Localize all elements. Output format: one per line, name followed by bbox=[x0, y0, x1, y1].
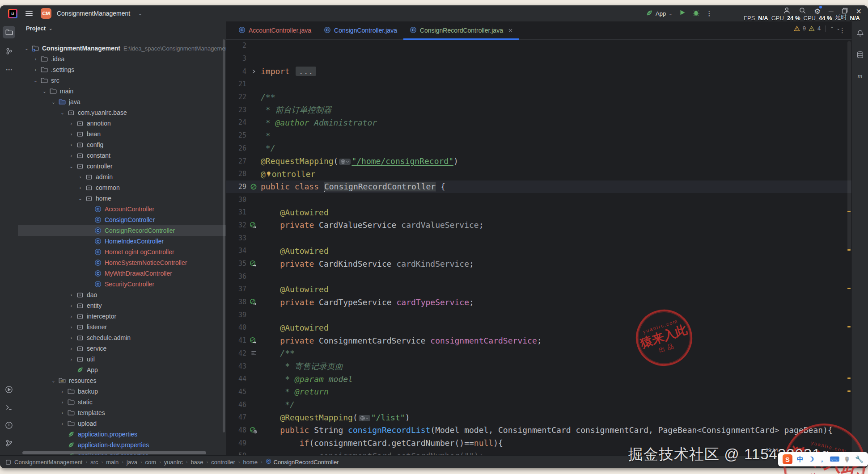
tree-item[interactable]: ›common bbox=[18, 182, 226, 193]
code-editor[interactable]: 234import ...2122/**23 * 前台订单控制器24 * @au… bbox=[226, 39, 852, 456]
code-line[interactable]: 39 bbox=[226, 308, 852, 321]
chevron-down-icon[interactable]: ⌄ bbox=[49, 26, 52, 31]
more-actions-button[interactable]: ⋮ bbox=[706, 9, 713, 17]
tree-item[interactable]: application.properties bbox=[18, 429, 226, 440]
gutter-beanGlobe-icon[interactable] bbox=[246, 427, 261, 434]
tree-item[interactable]: ›annotion bbox=[18, 118, 226, 129]
mic-icon[interactable]: 🎙 bbox=[844, 456, 851, 463]
run-configuration-selector[interactable]: App ⌄ bbox=[646, 9, 673, 18]
tree-item[interactable]: ›upload bbox=[18, 418, 226, 429]
main-menu-button[interactable] bbox=[25, 11, 33, 16]
code-line[interactable]: 36 bbox=[226, 270, 852, 283]
code-line[interactable]: 43 * 寄售记录页面 bbox=[226, 360, 852, 373]
tree-chevron-icon[interactable]: › bbox=[76, 185, 85, 190]
code-line[interactable]: 27@RequestMapping("/home/consignRecord") bbox=[226, 155, 852, 168]
commit-tool-button[interactable] bbox=[3, 45, 15, 57]
breadcrumb-item[interactable]: ConsignmentManagement bbox=[14, 459, 82, 466]
tree-chevron-icon[interactable]: ⌄ bbox=[76, 196, 85, 201]
project-view-title[interactable]: Project bbox=[26, 25, 46, 32]
gutter-doc-icon[interactable] bbox=[246, 350, 261, 357]
keyboard-icon[interactable]: ⌨ bbox=[830, 455, 839, 463]
gutter-beanArrow-icon[interactable] bbox=[246, 298, 261, 306]
tree-chevron-icon[interactable]: › bbox=[58, 421, 67, 426]
code-line[interactable]: 48 public String consignRecordList(Model… bbox=[226, 424, 852, 437]
notifications-bell-icon[interactable] bbox=[854, 27, 866, 39]
code-line[interactable]: 21 bbox=[226, 78, 852, 91]
breadcrumb-item-current[interactable]: CConsignRecordController bbox=[266, 458, 339, 466]
warning-stripe-mark[interactable] bbox=[847, 249, 851, 251]
tree-item[interactable]: CHomeLoginLogController bbox=[18, 247, 226, 257]
tree-chevron-icon[interactable]: › bbox=[67, 293, 76, 298]
tree-item[interactable]: ›bean bbox=[18, 129, 226, 139]
tree-item[interactable]: ›service bbox=[18, 343, 226, 354]
tree-item[interactable]: ⌄com.yuanlrc.base bbox=[18, 107, 226, 118]
code-line[interactable]: 38 private CardTypeService cardTypeServi… bbox=[226, 296, 852, 309]
tree-chevron-icon[interactable]: › bbox=[31, 57, 40, 62]
code-line[interactable]: 33 bbox=[226, 231, 852, 244]
gutter-beanArrow-icon[interactable] bbox=[246, 337, 261, 344]
breadcrumb-item[interactable]: home bbox=[243, 459, 258, 466]
tree-item[interactable]: application-dev.properties bbox=[18, 440, 226, 450]
tree-chevron-icon[interactable]: › bbox=[67, 153, 76, 158]
tree-item[interactable]: ⌄resources bbox=[18, 375, 226, 386]
code-line[interactable]: 25 * bbox=[226, 129, 852, 142]
tree-item[interactable]: CConsignRecordController bbox=[18, 225, 226, 236]
tree-item[interactable]: ›constant bbox=[18, 150, 226, 161]
warning-stripe-mark[interactable] bbox=[847, 378, 851, 379]
code-line[interactable]: 28@ontroller bbox=[226, 168, 852, 180]
tree-item[interactable]: CHomeSystemNoticeController bbox=[18, 257, 226, 268]
breadcrumb-item[interactable]: src bbox=[90, 459, 98, 466]
chinese-mode-icon[interactable]: 中 bbox=[797, 455, 804, 464]
tree-item[interactable]: ›.idea bbox=[18, 54, 226, 64]
code-line[interactable]: 30 bbox=[226, 193, 852, 206]
tree-chevron-icon[interactable]: › bbox=[58, 400, 67, 405]
tree-item[interactable]: ›entity bbox=[18, 300, 226, 311]
breadcrumb-item[interactable]: main bbox=[106, 459, 119, 466]
run-button[interactable] bbox=[679, 9, 686, 18]
tree-chevron-icon[interactable]: ⌄ bbox=[58, 110, 67, 115]
more-tool-windows-button[interactable]: ⋯ bbox=[3, 63, 15, 76]
code-line[interactable]: 40 @Autowired bbox=[226, 321, 852, 334]
tree-item[interactable]: CMyWithDrawalController bbox=[18, 268, 226, 279]
gutter-fold-icon[interactable] bbox=[246, 68, 261, 75]
breadcrumb-item[interactable]: base bbox=[191, 459, 203, 466]
tree-chevron-icon[interactable]: › bbox=[58, 389, 67, 394]
url-inlay-hint[interactable] bbox=[359, 415, 370, 421]
tree-chevron-icon[interactable]: › bbox=[67, 132, 76, 137]
version-control-tool-button[interactable] bbox=[3, 437, 15, 449]
code-line[interactable]: 23 * 前台订单控制器 bbox=[226, 103, 852, 116]
tree-item[interactable]: ›schedule.admin bbox=[18, 332, 226, 343]
tree-item[interactable]: CAccountController bbox=[18, 204, 226, 214]
tree-chevron-icon[interactable]: › bbox=[76, 175, 85, 180]
wrench-icon[interactable]: 🔧 bbox=[855, 455, 864, 463]
breadcrumb-item[interactable]: com bbox=[145, 459, 157, 466]
inspections-widget[interactable]: 9 4 ⌃ ⌄ bbox=[794, 25, 840, 32]
code-line[interactable]: 22/** bbox=[226, 91, 852, 104]
code-line[interactable]: 29public class ConsignRecordController { bbox=[226, 180, 852, 193]
tree-chevron-icon[interactable]: › bbox=[67, 314, 76, 319]
debug-button[interactable] bbox=[692, 9, 700, 18]
code-line[interactable]: 3 bbox=[226, 52, 852, 65]
tree-chevron-icon[interactable]: ⌄ bbox=[49, 100, 58, 105]
breadcrumb-item[interactable]: yuanlrc bbox=[164, 459, 183, 466]
tree-chevron-icon[interactable]: ⌄ bbox=[49, 378, 58, 383]
warning-stripe-mark[interactable] bbox=[847, 390, 851, 392]
intention-bulb-icon[interactable] bbox=[266, 169, 272, 179]
project-vertical-scrollbar[interactable] bbox=[223, 39, 225, 432]
close-tab-icon[interactable]: ✕ bbox=[508, 27, 513, 34]
database-tool-button[interactable] bbox=[854, 48, 866, 61]
warning-stripe-mark[interactable] bbox=[847, 326, 851, 327]
tree-chevron-icon[interactable]: › bbox=[67, 303, 76, 308]
editor-tab[interactable]: CAccountController.java bbox=[232, 21, 318, 39]
moon-icon[interactable]: ☽ bbox=[808, 455, 814, 463]
tree-item[interactable]: ›config bbox=[18, 139, 226, 150]
editor-tab[interactable]: CConsignRecordController.java✕ bbox=[403, 21, 519, 39]
tree-chevron-icon[interactable]: › bbox=[67, 325, 76, 330]
tree-item[interactable]: CConsignController bbox=[18, 214, 226, 225]
tree-chevron-icon[interactable]: ⌄ bbox=[31, 78, 40, 83]
tree-chevron-icon[interactable]: › bbox=[67, 143, 76, 147]
code-line[interactable]: 4import ... bbox=[226, 65, 852, 78]
tree-item[interactable]: ›static bbox=[18, 397, 226, 407]
code-line[interactable]: 31 @Autowired bbox=[226, 206, 852, 219]
code-line[interactable]: 44 * @param model bbox=[226, 373, 852, 386]
